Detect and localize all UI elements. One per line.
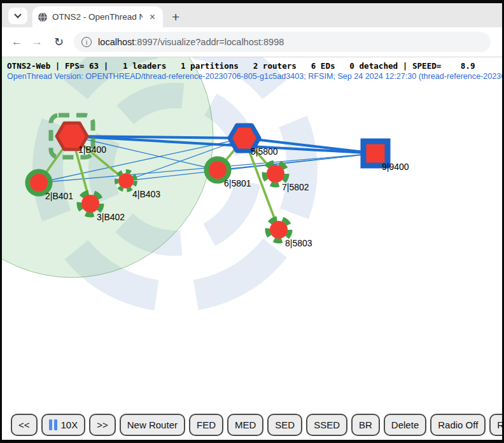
toolbar-button-label: 10X — [61, 419, 78, 430]
toolbar-button-radio-off[interactable]: Radio Off — [430, 414, 486, 436]
node-2-B401[interactable] — [30, 174, 48, 192]
toolbar-button-speed[interactable]: 10X — [41, 414, 86, 436]
pause-icon — [49, 419, 57, 430]
openthread-version-line: OpenThread Version: OPENTHREAD/thread-re… — [7, 72, 502, 81]
tab-close-icon[interactable]: × — [147, 11, 158, 24]
node-3-B402-label: 3|B402 — [97, 212, 125, 222]
node-8-5803-label: 8|5803 — [285, 238, 312, 248]
toolbar-button-label: MED — [235, 419, 256, 430]
forward-button[interactable]: → — [32, 36, 43, 48]
toolbar-button-sed[interactable]: SED — [267, 414, 302, 436]
node-6-5801[interactable] — [209, 161, 227, 179]
toolbar-button-fed[interactable]: FED — [189, 414, 223, 436]
node-7-5802-label: 7|5802 — [282, 182, 309, 192]
tab-otns2[interactable]: OTNS2 - OpenThread Ne × — [32, 6, 163, 27]
node-5-5800-label: 5|5800 — [251, 146, 278, 157]
tab-strip: OTNS2 - OpenThread Ne × + — [2, 3, 502, 27]
toolbar-button-speed-up[interactable]: >> — [89, 414, 116, 436]
node-9-9400-label: 9|9400 — [382, 162, 409, 172]
url-path: :8997/visualize?addr=localhost:8998 — [134, 37, 284, 47]
toolbar-button-label: BR — [359, 419, 372, 430]
url-text: localhost:8997/visualize?addr=localhost:… — [98, 37, 284, 47]
toolbar-button-br[interactable]: BR — [351, 414, 380, 436]
globe-icon — [38, 12, 48, 22]
chevron-down-icon — [14, 11, 21, 18]
tab-search-button[interactable] — [8, 8, 27, 24]
node-6-5801-label: 6|5801 — [224, 178, 251, 188]
toolbar-button-speed-down[interactable]: << — [11, 414, 38, 436]
toolbar-button-label: Delete — [391, 419, 419, 430]
url-input[interactable]: i localhost:8997/visualize?addr=localhos… — [74, 32, 491, 52]
toolbar-button-ssed[interactable]: SSED — [306, 414, 347, 436]
toolbar-button-label: SSED — [314, 419, 340, 430]
toolbar-button-delete[interactable]: Delete — [384, 414, 426, 436]
network-canvas[interactable]: 1|B4002|B4013|B4024|B4035|58006|58017|58… — [2, 57, 502, 412]
node-4-B403-label: 4|B403 — [132, 189, 160, 199]
node-1-B400-label: 1|B400 — [78, 144, 106, 155]
toolbar-button-label: Radio On — [497, 419, 502, 430]
back-button[interactable]: ← — [11, 36, 22, 48]
toolbar-button-label: New Router — [127, 419, 178, 430]
toolbar-button-med[interactable]: MED — [227, 414, 263, 436]
otns-status-line: OTNS2-Web | FPS= 63 | 1 leaders 1 partit… — [7, 61, 475, 71]
new-tab-button[interactable]: + — [172, 10, 179, 24]
toolbar-button-radio-on[interactable]: Radio On — [489, 414, 502, 436]
tab-title: OTNS2 - OpenThread Ne — [52, 12, 143, 22]
node-8-5803[interactable] — [270, 221, 288, 239]
toolbar-button-label: SED — [275, 419, 295, 430]
toolbar-button-label: Radio Off — [438, 419, 478, 430]
toolbar-button-label: >> — [97, 419, 108, 430]
browser-window: OTNS2 - OpenThread Ne × + ← → ↻ i localh… — [0, 0, 504, 443]
toolbar-button-label: << — [18, 419, 30, 430]
site-info-icon[interactable]: i — [81, 37, 92, 47]
node-2-B401-label: 2|B401 — [45, 191, 73, 201]
action-toolbar: <<10X>>New RouterFEDMEDSEDSSEDBRDeleteRa… — [2, 409, 502, 440]
toolbar-button-new-router[interactable]: New Router — [120, 414, 185, 436]
node-4-B403[interactable] — [118, 173, 134, 188]
url-host: localhost — [98, 37, 134, 47]
toolbar-button-label: FED — [197, 419, 216, 430]
otns-page: OTNS2-Web | FPS= 63 | 1 leaders 1 partit… — [2, 57, 502, 440]
reload-button[interactable]: ↻ — [54, 35, 64, 49]
address-bar-row: ← → ↻ i localhost:8997/visualize?addr=lo… — [2, 27, 502, 57]
node-3-B402[interactable] — [81, 195, 99, 213]
node-7-5802[interactable] — [267, 165, 284, 183]
